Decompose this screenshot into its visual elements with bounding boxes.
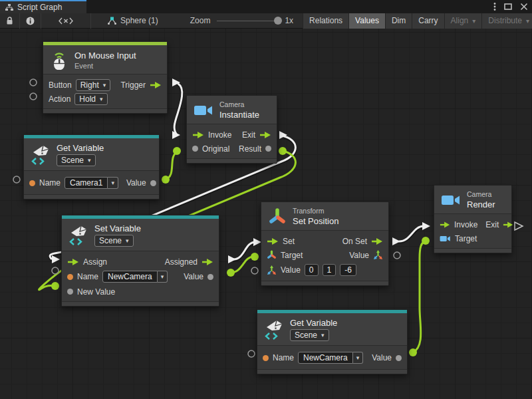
original-input-port-icon[interactable]: [192, 146, 198, 152]
mouse-input-icon: [50, 50, 68, 70]
variable-name-field[interactable]: NewCamera: [102, 271, 168, 283]
set-input-port-icon[interactable]: [267, 238, 279, 245]
port-label-target: Target: [281, 251, 303, 260]
node-title: Set Variable: [94, 223, 141, 233]
name-input-port-icon[interactable]: [67, 274, 73, 280]
values-button[interactable]: Values: [348, 13, 385, 29]
wire-getvar1-to-original: [166, 152, 177, 179]
node-footer: [24, 194, 159, 199]
node-get-variable-camera1[interactable]: Get Variable Scene Name Camera1 Value: [23, 134, 160, 200]
toolbar-separator: [90, 13, 91, 29]
port-label-target: Target: [455, 234, 477, 243]
variable-name-field[interactable]: Camera1: [65, 177, 118, 189]
close-icon[interactable]: [520, 3, 528, 11]
carry-button[interactable]: Carry: [412, 13, 444, 29]
toolbar-button-group: Relations Values Dim Carry Align Distrib…: [303, 13, 532, 29]
node-set-variable[interactable]: Set Variable Scene Assign Assigned Name: [61, 215, 219, 307]
invoke-input-port-icon[interactable]: [440, 221, 450, 228]
dim-button[interactable]: Dim: [385, 13, 412, 29]
node-footer: [187, 158, 277, 163]
node-camera-render[interactable]: Camera Render Invoke Exit: [434, 185, 512, 253]
variable-name-caret[interactable]: [108, 177, 118, 189]
action-dropdown[interactable]: Hold: [74, 93, 107, 105]
zoom-slider[interactable]: [217, 13, 281, 29]
node-title: On Mouse Input: [74, 51, 136, 61]
port-label-value: Value: [372, 353, 392, 362]
node-group: Transform: [293, 207, 338, 215]
node-group: Camera: [219, 100, 259, 108]
port-label-invoke: Invoke: [208, 130, 231, 140]
port-label-result: Result: [239, 144, 261, 154]
window-tab-bar: Script Graph: [0, 0, 532, 13]
port-label-original: Original: [202, 144, 229, 154]
variable-icon: [264, 319, 284, 340]
variable-name-caret[interactable]: [353, 352, 364, 364]
node-footer: [62, 301, 219, 306]
lock-icon[interactable]: [0, 13, 19, 29]
scope-dropdown[interactable]: Scene: [290, 329, 329, 341]
port-label-new-value: New Value: [77, 287, 115, 297]
node-title: Render: [467, 200, 495, 209]
zoom-slider-track[interactable]: [217, 21, 281, 21]
port-label-value-in: Value: [281, 265, 301, 275]
exit-output-port-icon[interactable]: [259, 132, 271, 138]
exit-output-port-icon[interactable]: [503, 221, 513, 228]
node-title: Get Variable: [57, 143, 104, 153]
invoke-input-port-icon[interactable]: [192, 132, 204, 138]
graph-hierarchy-icon: [5, 4, 13, 11]
port-label-value: Value: [184, 272, 203, 281]
vector-y-input[interactable]: 1: [323, 264, 336, 276]
tab-script-graph[interactable]: Script Graph: [0, 0, 86, 13]
tab-title: Script Graph: [17, 3, 62, 12]
result-output-port-icon[interactable]: [265, 146, 271, 152]
node-get-variable-newcamera[interactable]: Get Variable Scene Name NewCamera Value: [257, 309, 408, 374]
port-label-name: Name: [39, 178, 61, 188]
port-label-value: Value: [126, 178, 146, 188]
node-camera-instantiate[interactable]: Camera Instantiate Invoke Exit Original: [186, 95, 277, 164]
zoom-level: 1x: [285, 16, 293, 25]
align-button[interactable]: Align: [444, 13, 482, 29]
node-footer: [43, 108, 167, 113]
value-output-port-icon[interactable]: [150, 180, 156, 186]
zoom-slider-knob[interactable]: [274, 17, 282, 25]
breadcrumb[interactable]: Sphere (1): [100, 16, 165, 25]
node-footer: [257, 369, 407, 374]
target-input-port-icon[interactable]: [267, 250, 277, 260]
vector-x-input[interactable]: 0: [305, 264, 319, 276]
relations-button[interactable]: Relations: [303, 13, 348, 29]
vector3-output-port-icon[interactable]: [373, 250, 383, 260]
name-input-port-icon[interactable]: [263, 355, 269, 361]
node-on-mouse-input[interactable]: On Mouse Input Event Button Right Trigge…: [43, 41, 168, 114]
graph-canvas[interactable]: On Mouse Input Event Button Right Trigge…: [0, 29, 532, 399]
variable-name-caret[interactable]: [158, 271, 168, 283]
info-icon[interactable]: [20, 13, 41, 29]
scope-dropdown[interactable]: Scene: [94, 235, 134, 247]
graph-toolbar: Sphere (1) Zoom 1x Relations Values Dim …: [0, 13, 532, 29]
variable-name-field[interactable]: NewCamera: [298, 352, 363, 364]
target-input-port-icon[interactable]: [440, 235, 451, 243]
edit-graph-icon[interactable]: [41, 13, 90, 29]
button-dropdown[interactable]: Right: [76, 79, 111, 91]
zoom-label: Zoom: [190, 16, 211, 25]
port-label-invoke: Invoke: [454, 220, 477, 229]
assigned-output-port-icon[interactable]: [201, 259, 213, 265]
node-footer: [434, 248, 511, 253]
node-group: Camera: [467, 190, 495, 198]
distribute-button[interactable]: Distribute: [481, 13, 532, 29]
vector3-input-port-icon[interactable]: [267, 265, 277, 275]
new-value-input-port-icon[interactable]: [67, 289, 73, 295]
maximize-icon[interactable]: [504, 3, 512, 11]
on-set-output-port-icon[interactable]: [371, 238, 383, 245]
node-transform-set-position[interactable]: Transform Set Position Set On Set: [261, 201, 389, 286]
port-label-button: Button: [49, 80, 72, 90]
transform-icon: [268, 207, 287, 226]
assign-input-port-icon[interactable]: [67, 259, 79, 265]
window-menu-icon[interactable]: [493, 2, 496, 11]
trigger-output-port-icon[interactable]: [150, 82, 162, 88]
wire-getvar2-to-target: [413, 241, 426, 352]
name-input-port-icon[interactable]: [29, 180, 35, 186]
vector-z-input[interactable]: -6: [340, 264, 356, 276]
scope-dropdown[interactable]: Scene: [57, 154, 96, 166]
value-output-port-icon[interactable]: [207, 274, 213, 280]
value-output-port-icon[interactable]: [396, 355, 402, 361]
